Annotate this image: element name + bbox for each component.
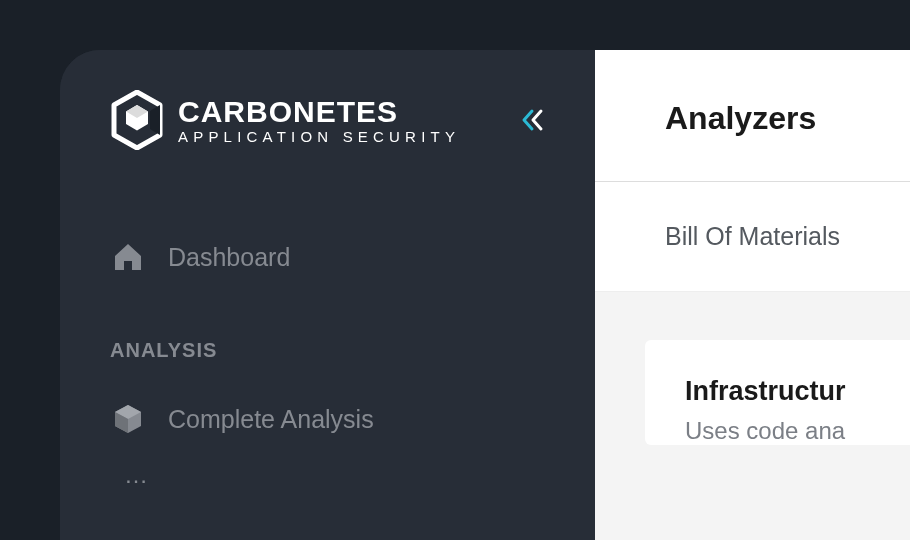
brand-name: CARBONETES bbox=[178, 97, 460, 127]
card-title: Infrastructur bbox=[685, 376, 910, 407]
logo[interactable]: CARBONETES APPLICATION SECURITY bbox=[110, 90, 460, 150]
sidebar-header: CARBONETES APPLICATION SECURITY bbox=[60, 90, 595, 150]
main-panel: Analyzers Bill Of Materials Infrastructu… bbox=[595, 50, 910, 540]
brand-tagline: APPLICATION SECURITY bbox=[178, 129, 460, 144]
home-icon bbox=[110, 239, 146, 275]
tabs: Bill Of Materials bbox=[595, 182, 910, 292]
cube-icon bbox=[110, 401, 146, 437]
sidebar-item-label: Dashboard bbox=[168, 243, 290, 272]
brand-logo-icon bbox=[110, 90, 164, 150]
page-title: Analyzers bbox=[665, 100, 910, 137]
logo-text: CARBONETES APPLICATION SECURITY bbox=[178, 97, 460, 144]
app-frame: CARBONETES APPLICATION SECURITY Dashboar… bbox=[60, 50, 910, 540]
analyzer-card[interactable]: Infrastructur Uses code ana bbox=[645, 340, 910, 445]
sidebar-item-complete-analysis[interactable]: Complete Analysis bbox=[60, 387, 595, 451]
sidebar: CARBONETES APPLICATION SECURITY Dashboar… bbox=[60, 50, 595, 540]
collapse-sidebar-button[interactable] bbox=[519, 107, 545, 133]
tab-bill-of-materials[interactable]: Bill Of Materials bbox=[665, 222, 840, 251]
sidebar-section-header: ANALYSIS bbox=[60, 339, 595, 362]
content-area: Infrastructur Uses code ana bbox=[595, 292, 910, 540]
chevron-double-left-icon bbox=[519, 107, 545, 133]
sidebar-item-label: Complete Analysis bbox=[168, 405, 374, 434]
panel-header: Analyzers bbox=[595, 50, 910, 182]
sidebar-item-dashboard[interactable]: Dashboard bbox=[60, 225, 595, 289]
card-description: Uses code ana bbox=[685, 417, 910, 445]
more-indicator: … bbox=[60, 451, 595, 487]
